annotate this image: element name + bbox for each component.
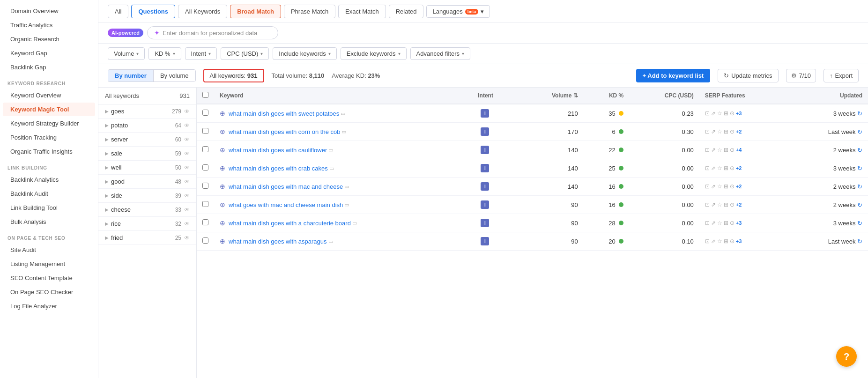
add-keyword-icon[interactable]: ⊕ — [220, 219, 225, 227]
ai-domain-input[interactable]: ✦ Enter domain for personalized data — [147, 26, 278, 39]
group-item-rice[interactable]: ▶ rice 32 👁 — [98, 217, 196, 231]
sidebar-item-bulk-analysis[interactable]: Bulk Analysis — [3, 215, 95, 229]
update-metrics-button[interactable]: ↻ Update metrics — [718, 69, 778, 82]
add-keyword-icon[interactable]: ⊕ — [220, 110, 225, 117]
columns-settings-button[interactable]: ⚙ 7/10 — [786, 69, 816, 82]
sidebar-item-backlink-audit[interactable]: Backlink Audit — [3, 187, 95, 200]
row-checkbox[interactable] — [202, 110, 208, 116]
sidebar-item-keyword-overview[interactable]: Keyword Overview — [3, 89, 95, 102]
keyword-link[interactable]: what main dish goes with corn on the cob — [229, 128, 340, 135]
group-item-cheese[interactable]: ▶ cheese 33 👁 — [98, 203, 196, 217]
sidebar-item-listing-management[interactable]: Listing Management — [3, 257, 95, 271]
export-button[interactable]: ↑ Export — [823, 69, 859, 82]
group-item-sale[interactable]: ▶ sale 59 👁 — [98, 147, 196, 161]
sidebar-item-backlink-analytics[interactable]: Backlink Analytics — [3, 173, 95, 186]
sidebar-item-keyword-gap[interactable]: Keyword Gap — [3, 46, 95, 60]
group-item-good[interactable]: ▶ good 48 👁 — [98, 175, 196, 189]
serp-features: ⊡ ⇗ ☆ ⊞ ⊙ +2 — [705, 183, 783, 190]
refresh-icon[interactable]: ↻ — [857, 201, 862, 208]
by-volume-btn[interactable]: By volume — [154, 70, 195, 82]
help-button[interactable]: ? — [836, 346, 857, 367]
group-item-potato[interactable]: ▶ potato 64 👁 — [98, 119, 196, 133]
add-to-keyword-list-button[interactable]: + Add to keyword list — [636, 69, 711, 82]
select-all-checkbox[interactable] — [202, 92, 208, 98]
keyword-link[interactable]: what main dish goes with crab cakes — [229, 165, 328, 172]
add-keyword-icon[interactable]: ⊕ — [220, 164, 225, 172]
add-keyword-icon[interactable]: ⊕ — [220, 237, 225, 245]
volume-column-header[interactable]: Volume ⇅ — [519, 88, 584, 104]
tab-related[interactable]: Related — [389, 5, 424, 18]
serp-icon-4: ⊞ — [724, 220, 728, 226]
sidebar-item-position-tracking[interactable]: Position Tracking — [3, 131, 95, 144]
sidebar-item-keyword-strategy-builder[interactable]: Keyword Strategy Builder — [3, 117, 95, 130]
group-item-goes[interactable]: ▶ goes 279 👁 — [98, 104, 196, 119]
refresh-icon[interactable]: ↻ — [857, 110, 862, 117]
intent-filter[interactable]: Intent ▾ — [185, 47, 217, 60]
tab-exact-match[interactable]: Exact Match — [338, 5, 386, 18]
keyword-link[interactable]: what main dish goes with asparagus — [229, 238, 327, 245]
add-keyword-icon[interactable]: ⊕ — [220, 146, 225, 154]
sidebar-item-keyword-magic-tool[interactable]: Keyword Magic Tool — [3, 103, 95, 116]
languages-button[interactable]: Languages beta ▾ — [426, 5, 490, 18]
sidebar-item-log-file-analyzer[interactable]: Log File Analyzer — [3, 299, 95, 313]
sidebar-item-site-audit[interactable]: Site Audit — [3, 243, 95, 257]
eye-icon[interactable]: 👁 — [184, 207, 190, 213]
updated-cell: Last week ↻ — [789, 123, 868, 141]
sidebar-item-seo-content-template[interactable]: SEO Content Template — [3, 271, 95, 285]
sidebar-item-domain-overview[interactable]: Domain Overview — [3, 4, 95, 18]
add-keyword-icon[interactable]: ⊕ — [220, 128, 225, 135]
refresh-icon[interactable]: ↻ — [857, 147, 862, 154]
sidebar-item-organic-research[interactable]: Organic Research — [3, 32, 95, 46]
eye-icon[interactable]: 👁 — [184, 193, 190, 199]
group-item-fried[interactable]: ▶ fried 25 👁 — [98, 231, 196, 245]
eye-icon[interactable]: 👁 — [184, 122, 190, 129]
keyword-link[interactable]: what main dish goes with a charcuterie b… — [229, 220, 351, 227]
tab-broad-match[interactable]: Broad Match — [230, 5, 281, 18]
eye-icon[interactable]: 👁 — [184, 221, 190, 227]
exclude-keywords-filter[interactable]: Exclude keywords ▾ — [341, 47, 407, 60]
cpc-filter[interactable]: CPC (USD) ▾ — [221, 47, 269, 60]
refresh-icon[interactable]: ↻ — [857, 183, 862, 190]
tab-all[interactable]: All — [108, 5, 128, 18]
row-checkbox[interactable] — [202, 146, 208, 152]
add-keyword-icon[interactable]: ⊕ — [220, 183, 225, 190]
eye-icon[interactable]: 👁 — [184, 164, 190, 171]
eye-icon[interactable]: 👁 — [184, 150, 190, 157]
group-item-well[interactable]: ▶ well 50 👁 — [98, 161, 196, 175]
group-item-side[interactable]: ▶ side 39 👁 — [98, 189, 196, 203]
row-checkbox[interactable] — [202, 237, 208, 244]
refresh-icon[interactable]: ↻ — [857, 220, 862, 227]
tab-questions[interactable]: Questions — [131, 5, 175, 18]
group-item-server[interactable]: ▶ server 60 👁 — [98, 133, 196, 147]
eye-icon[interactable]: 👁 — [184, 136, 190, 143]
refresh-icon[interactable]: ↻ — [857, 165, 862, 172]
row-checkbox[interactable] — [202, 164, 208, 170]
volume-filter[interactable]: Volume ▾ — [108, 47, 145, 60]
keyword-link[interactable]: what goes with mac and cheese main dish — [229, 201, 343, 208]
sidebar-item-backlink-gap[interactable]: Backlink Gap — [3, 60, 95, 74]
keyword-link[interactable]: what main dish goes with sweet potatoes — [229, 110, 339, 117]
by-number-btn[interactable]: By number — [108, 70, 154, 82]
row-checkbox[interactable] — [202, 128, 208, 134]
add-keyword-icon[interactable]: ⊕ — [220, 201, 225, 208]
row-checkbox[interactable] — [202, 219, 208, 225]
include-keywords-filter[interactable]: Include keywords ▾ — [273, 47, 336, 60]
advanced-filters[interactable]: Advanced filters ▾ — [410, 47, 471, 60]
refresh-icon[interactable]: ↻ — [857, 238, 862, 245]
eye-icon[interactable]: 👁 — [184, 108, 190, 115]
row-checkbox[interactable] — [202, 183, 208, 189]
sidebar-item-link-building-tool[interactable]: Link Building Tool — [3, 201, 95, 215]
sidebar-item-on-page-seo-checker[interactable]: On Page SEO Checker — [3, 285, 95, 299]
eye-icon[interactable]: 👁 — [184, 235, 190, 241]
refresh-icon[interactable]: ↻ — [857, 128, 862, 135]
sidebar-item-traffic-analytics[interactable]: Traffic Analytics — [3, 18, 95, 32]
keyword-link[interactable]: what main dish goes with cauliflower — [229, 147, 327, 154]
kd-filter[interactable]: KD % ▾ — [148, 47, 181, 60]
chevron-down-icon: ▾ — [462, 51, 464, 56]
row-checkbox[interactable] — [202, 201, 208, 207]
sidebar-item-organic-traffic-insights[interactable]: Organic Traffic Insights — [3, 145, 95, 158]
tab-phrase-match[interactable]: Phrase Match — [284, 5, 335, 18]
keyword-link[interactable]: what main dish goes with mac and cheese — [229, 183, 343, 190]
eye-icon[interactable]: 👁 — [184, 178, 190, 185]
tab-all-keywords[interactable]: All Keywords — [178, 5, 227, 18]
